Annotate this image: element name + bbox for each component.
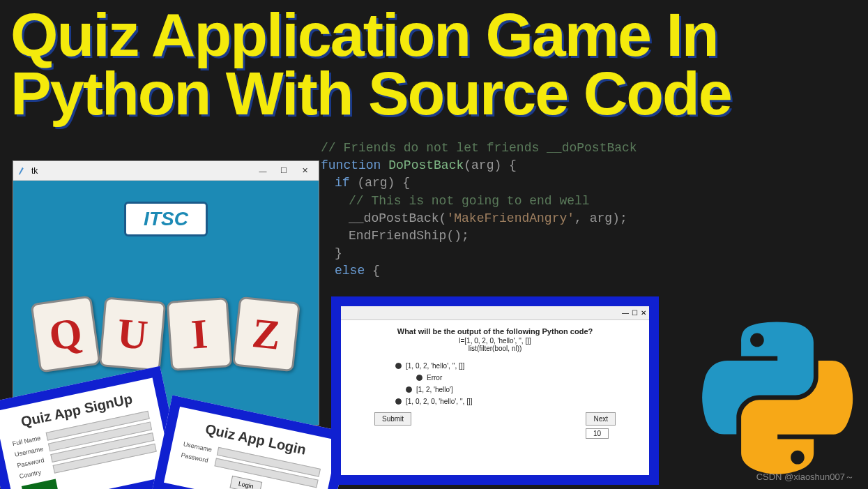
submit-button[interactable]: Submit: [374, 412, 411, 426]
tile-q: Q: [30, 295, 100, 373]
question-window: — ☐ ✕ What will be the output of the fol…: [331, 296, 659, 485]
window-title: tk: [31, 166, 38, 176]
quiz-tiles: Q U I Z: [27, 299, 305, 369]
radio-icon: [406, 386, 412, 393]
code-snippet: // Friends do not let friends __doPostBa…: [321, 140, 637, 280]
watermark: CSDN @xiaoshun007～: [756, 471, 854, 483]
q-close-button[interactable]: ✕: [641, 309, 646, 317]
option-2[interactable]: Error: [416, 374, 637, 382]
option-4[interactable]: [1, 0, 2, 0, 'hello', '', []]: [395, 398, 637, 405]
quiz-splash-window: tk — ☐ ✕ ITSC Q U I Z: [13, 160, 319, 426]
titlebar: tk — ☐ ✕: [13, 161, 319, 181]
radio-icon: [416, 375, 422, 381]
itsc-logo: ITSC: [124, 202, 208, 236]
feather-icon: [17, 166, 27, 176]
q-maximize-button[interactable]: ☐: [632, 309, 638, 317]
question-text: What will be the output of the following…: [353, 327, 637, 336]
question-code2: list(filter(bool, nl)): [353, 345, 637, 352]
option-1[interactable]: [1, 0, 2, 'hello', '', []]: [395, 362, 637, 370]
question-code1: l=[1, 0, 2, 0, 'hello', '', []]: [353, 337, 637, 345]
tile-u: U: [99, 296, 166, 371]
score-display: 10: [353, 428, 637, 439]
q-minimize-button[interactable]: —: [622, 309, 629, 317]
tile-i: I: [167, 297, 233, 371]
question-titlebar: — ☐ ✕: [341, 306, 649, 320]
radio-icon: [395, 363, 402, 369]
tile-z: Z: [232, 296, 300, 373]
close-button[interactable]: ✕: [295, 164, 314, 178]
python-logo-icon: [701, 322, 854, 475]
maximize-button[interactable]: ☐: [274, 164, 294, 178]
headline: Quiz Application Game In Python With Sou…: [10, 6, 868, 122]
next-button[interactable]: Next: [586, 412, 616, 426]
minimize-button[interactable]: —: [253, 164, 273, 178]
login-button[interactable]: Login: [229, 476, 262, 489]
radio-icon: [395, 398, 402, 405]
option-3[interactable]: [1, 2, 'hello']: [406, 386, 637, 393]
signup-button[interactable]: [22, 479, 59, 489]
